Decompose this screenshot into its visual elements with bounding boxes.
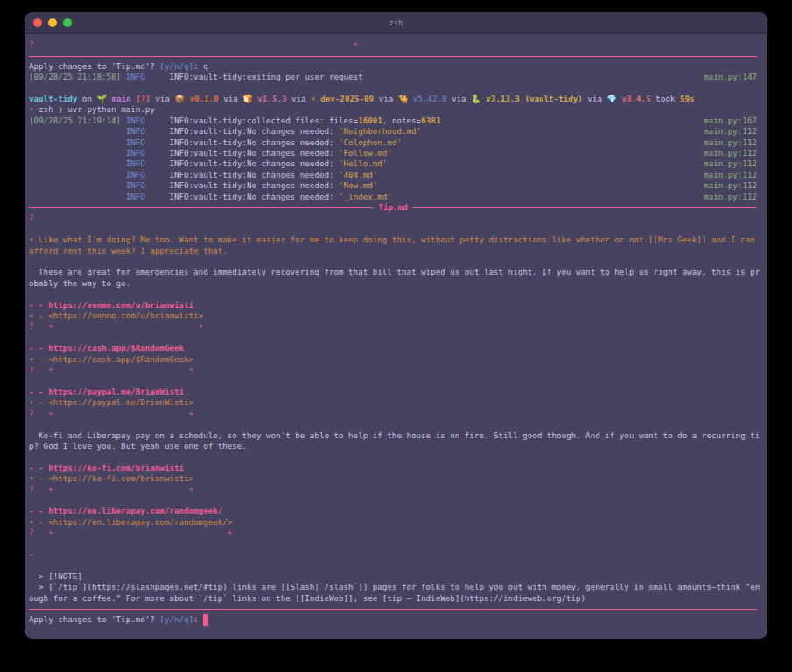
terminal-text [29,158,126,169]
terminal-text: [09/28/25 21:19:14] [29,116,126,126]
terminal-text: ? + + [29,365,193,375]
terminal-text: INFO [126,126,145,136]
terminal-text: INFO:vault-tidy:No changes needed: [145,180,339,191]
terminal-line [29,224,757,234]
window-controls [33,12,72,33]
terminal-line: - - https://paypal.me/BrianWisti [29,387,757,397]
terminal-line: Ko-fi and Liberapay pay on a schedule, s… [29,430,757,441]
terminal-text: - [29,550,34,560]
terminal-line: ? [29,213,757,223]
terminal-text [29,126,126,136]
terminal-text: 🐍 v3.13.3 (vault-tidy) [471,94,583,104]
terminal-text: INFO:vault-tidy:collected files: files= [145,116,358,126]
terminal-text: INFO:vault-tidy:No changes needed: [145,126,339,136]
terminal-text: 'Neighborhood.md' [339,126,421,136]
terminal-text: [09/28/25 21:18:58] [29,72,126,82]
terminal-text: > [!NOTE] [29,571,82,582]
terminal-line: + - <https://ko-fi.com/brianwisti> [29,473,757,484]
terminal-text: '_index.md' [339,192,392,202]
terminal-text: INFO [126,180,145,191]
prompt-cursor[interactable] [203,614,208,625]
terminal-line: INFO INFO:vault-tidy:No changes needed: … [29,126,757,136]
minimize-button[interactable] [48,18,57,27]
terminal-line: ? + + [29,409,757,419]
terminal-text: ? + [29,39,358,50]
titlebar[interactable]: zsh [25,12,767,34]
terminal-line: > [`/tip`](https://slashpages.net/#tip) … [29,582,757,592]
terminal-line: + - <https://venmo.com/u/brianwisti> [29,311,757,321]
log-source-link[interactable]: main.py:147 [704,72,757,82]
log-source-link[interactable]: main.py:112 [704,148,757,158]
terminal-text: ? + + [29,321,203,332]
terminal-text: ? + + [29,485,193,495]
terminal-line [29,332,757,343]
zoom-button[interactable] [63,18,72,27]
rule-separator: Tip.md [29,202,757,213]
terminal-line: + - <https://en.liberapay.com/randomgeek… [29,517,757,528]
terminal-line: These are great for emergencies and imme… [29,267,757,277]
terminal-text: via [447,94,472,104]
terminal-text: INFO [126,137,145,148]
terminal-line [29,376,757,387]
terminal-line: ? + + [29,321,757,332]
terminal-text: 🍞 v1.5.3 [242,94,286,104]
terminal-line: p? God I love you. But yeah use one of t… [29,441,757,452]
terminal-line: - - https://en.liberapay.com/randomgeek/ [29,506,757,516]
terminal-line [29,452,757,462]
log-source-link[interactable]: main.py:112 [704,126,757,136]
terminal-line: INFO INFO:vault-tidy:No changes needed: … [29,148,757,158]
terminal-line: [09/28/25 21:18:58] INFO INFO:vault-tidy… [29,72,757,82]
terminal-text: + - <https://ko-fi.com/brianwisti> [29,473,193,484]
terminal-line [29,560,757,570]
terminal-text: + - <https://en.liberapay.com/randomgeek… [29,517,232,528]
terminal-line [29,419,757,430]
terminal-text [29,148,126,158]
terminal-text: via [374,94,398,104]
terminal-line: - - https://venmo.com/u/brianwisti [29,300,757,311]
terminal-text [29,170,126,180]
terminal-text: p? God I love you. But yeah use one of t… [29,441,247,452]
terminal-line: ? + + [29,528,757,538]
terminal-text: 🐪 v5.42.0 [398,94,447,104]
terminal-line: INFO INFO:vault-tidy:No changes needed: … [29,137,757,148]
terminal-line [29,256,757,267]
terminal-text: on [77,94,96,104]
terminal-text: 'Colophon.md' [339,137,402,148]
terminal-text: Apply changes to 'Tip.md'? [29,614,159,625]
terminal-line: + - <https://paypal.me/BrianWisti> [29,397,757,408]
rule-label: Tip.md [374,202,412,213]
log-source-link[interactable]: main.py:112 [704,192,757,202]
terminal-text: > [`/tip`](https://slashpages.net/#tip) … [29,582,760,592]
terminal-text: INFO [126,192,145,202]
log-source-link[interactable]: main.py:167 [704,116,757,126]
terminal-line: INFO INFO:vault-tidy:No changes needed: … [29,158,757,169]
terminal-text: [y/n/q] [159,614,193,625]
terminal-output[interactable]: ? +Apply changes to 'Tip.md'? [y/n/q]: q… [25,34,767,629]
terminal-line: - - https://cash.app/$RandomGeek [29,343,757,354]
close-button[interactable] [33,18,42,27]
terminal-text: - - https://ko-fi.com/brianwisti [29,463,184,473]
terminal-line: ? + [29,39,757,50]
terminal-text: Apply changes to 'Tip.md'? [29,61,159,72]
terminal-text: INFO:vault-tidy:No changes needed: [145,148,339,158]
terminal-text: These are great for emergencies and imme… [29,267,760,277]
terminal-text: took [651,94,680,104]
terminal-line: ough for a coffee." For more about `/tip… [29,593,757,604]
log-source-link[interactable]: main.py:112 [704,158,757,169]
spacer [387,158,704,169]
log-source-link[interactable]: main.py:112 [704,137,757,148]
log-source-link[interactable]: main.py:112 [704,180,757,191]
terminal-text: : q [193,61,208,72]
terminal-line: + zsh ❯ uvr python main.py [29,104,757,115]
terminal-line: obably the way to go. [29,278,757,289]
log-source-link[interactable]: main.py:112 [704,170,757,180]
terminal-text: + - <https://venmo.com/u/brianwisti> [29,311,203,321]
terminal-line: vault-tidy on 🌱 main [?] via 📦 v0.1.0 vi… [29,94,757,104]
terminal-text: [?] [136,94,151,104]
terminal-line: INFO INFO:vault-tidy:No changes needed: … [29,192,757,202]
terminal-text: INFO:vault-tidy:No changes needed: [145,192,339,202]
terminal-text: 'Follow.md' [339,148,392,158]
terminal-line: > [!NOTE] [29,571,757,582]
spacer [402,137,704,148]
spacer [392,148,704,158]
